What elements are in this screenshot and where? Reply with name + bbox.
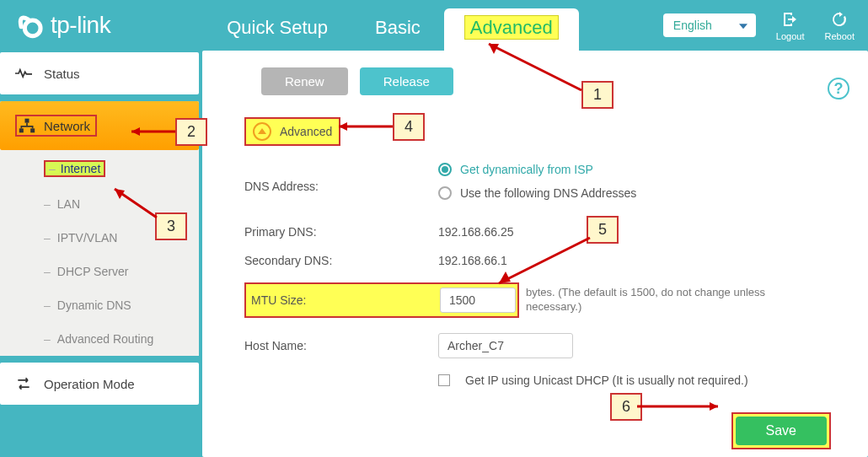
dns-address-label: DNS Address: [244,180,438,193]
svg-rect-1 [25,119,29,123]
tab-advanced[interactable]: Advanced [444,8,579,51]
status-icon [15,66,32,81]
sidebar-item-operation-mode[interactable]: Operation Mode [0,363,199,405]
network-icon [19,118,35,133]
content-panel: ? Renew Release Advanced DNS Address: Ge… [202,51,868,457]
svg-point-0 [24,20,40,36]
operation-mode-icon [15,376,32,391]
tab-quick-setup[interactable]: Quick Setup [203,5,351,51]
primary-dns-label: Primary DNS: [244,225,438,239]
sidebar-item-status[interactable]: Status [0,52,199,94]
svg-rect-3 [30,128,35,132]
reboot-icon [829,9,849,30]
sidebar-item-dhcp[interactable]: –DHCP Server [0,255,199,288]
dns-dynamic-radio[interactable]: Get dynamically from ISP [438,163,636,176]
mtu-note: bytes. (The default is 1500, do not chan… [526,286,796,315]
svg-rect-2 [19,128,24,132]
sidebar-item-ddns[interactable]: –Dynamic DNS [0,288,199,322]
mtu-highlight: MTU Size: [244,282,519,318]
sidebar-item-routing[interactable]: –Advanced Routing [0,322,199,356]
brand-logo-icon [17,11,46,40]
primary-dns-value: 192.168.66.25 [438,225,514,239]
brand-logo: tp-link [17,11,110,40]
checkbox-unchecked-icon [438,374,450,386]
host-name-input[interactable] [438,333,573,358]
header: tp-link Quick Setup Basic Advanced Engli… [0,0,868,51]
secondary-dns-value: 192.168.66.1 [438,254,507,267]
host-name-label: Host Name: [244,339,438,352]
language-value: English [673,19,712,32]
reboot-button[interactable]: Reboot [825,9,855,41]
sidebar-item-internet[interactable]: –Internet [0,150,199,187]
release-button[interactable]: Release [360,67,453,95]
radio-checked-icon [438,163,452,176]
sidebar-item-iptv[interactable]: –IPTV/VLAN [0,221,199,255]
radio-unchecked-icon [438,186,452,200]
save-button[interactable]: Save [736,417,827,445]
dns-static-radio[interactable]: Use the following DNS Addresses [438,186,636,200]
unicast-dhcp-checkbox[interactable]: Get IP using Unicast DHCP (It is usually… [438,374,748,387]
mtu-input[interactable] [440,288,516,313]
help-icon[interactable]: ? [828,78,849,99]
tab-basic[interactable]: Basic [351,5,444,51]
save-highlight: Save [731,412,831,449]
chevron-up-icon [253,122,271,141]
language-select[interactable]: English [663,13,756,37]
logout-icon [780,9,801,30]
sidebar-item-lan[interactable]: –LAN [0,187,199,221]
secondary-dns-label: Secondary DNS: [244,254,438,267]
renew-button[interactable]: Renew [261,67,348,95]
logout-button[interactable]: Logout [776,9,805,41]
sidebar: Status Network –Internet –LAN –IPTV/VLAN… [0,51,199,457]
brand-text: tp-link [51,12,110,39]
advanced-section-toggle[interactable]: Advanced [244,117,340,146]
top-tabs: Quick Setup Basic Advanced [203,0,579,51]
sidebar-item-network[interactable]: Network [0,101,199,150]
mtu-label: MTU Size: [248,293,440,307]
